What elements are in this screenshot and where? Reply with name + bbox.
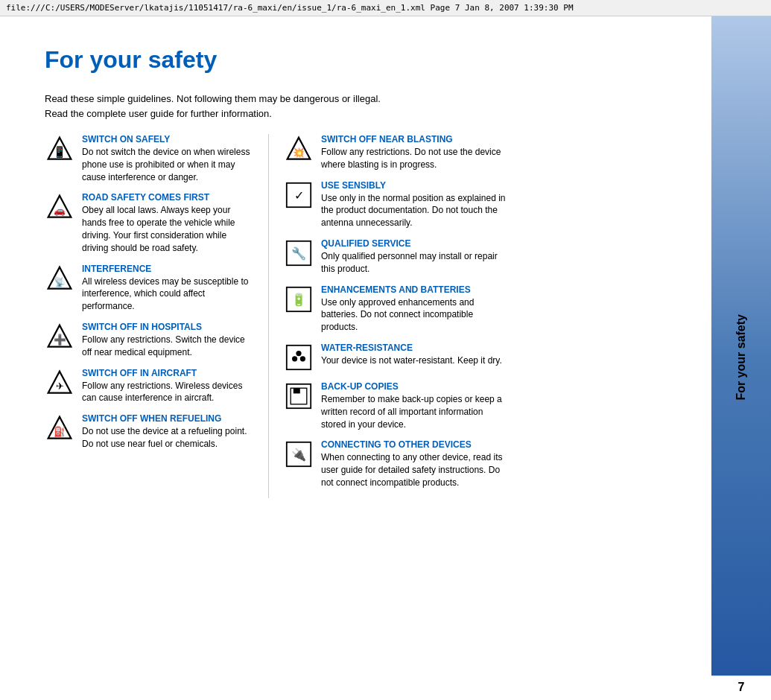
qualified-service-body: Only qualified personnel may install or … [321,250,507,276]
sidebar-label-wrapper: For your safety [711,16,771,699]
svg-text:➕: ➕ [54,334,66,346]
blasting-body: Follow any restrictions. Do not use the … [321,146,507,171]
two-column-layout: 📱 SWITCH ON SAFELY Do not switch the dev… [45,134,682,498]
refueling-text: SWITCH OFF WHEN REFUELING Do not use the… [82,413,253,451]
svg-text:⛽: ⛽ [54,426,66,438]
svg-text:🔋: 🔋 [291,292,307,308]
triangle-hospital-icon: ➕ [45,322,74,351]
road-safety-heading: ROAD SAFETY COMES FIRST [82,192,253,203]
svg-text:📱: 📱 [53,145,66,159]
hospitals-body: Follow any restrictions. Switch the devi… [82,334,253,359]
hospitals-heading: SWITCH OFF IN HOSPITALS [82,322,253,332]
use-sensibly-text: USE SENSIBLY Use only in the normal posi… [321,180,507,229]
triangle-blast-icon: 💥 [284,134,314,164]
road-safety-body: Obey all local laws. Always keep your ha… [82,204,253,254]
interference-heading: INTERFERENCE [82,264,253,274]
list-item: ⛽ SWITCH OFF WHEN REFUELING Do not use t… [45,413,253,451]
enhancements-body: Use only approved enhancements and batte… [321,296,507,334]
aircraft-body: Follow any restrictions. Wireless device… [82,380,253,405]
svg-text:🔧: 🔧 [291,246,307,261]
switch-on-safely-heading: SWITCH ON SAFELY [82,134,253,144]
water-resistance-heading: WATER-RESISTANCE [321,343,507,353]
square-tool-icon: 🔧 [284,238,314,268]
triangle-phone-icon: 📱 [45,134,74,164]
triangle-interference-icon: 📡 [45,264,74,293]
road-safety-text: ROAD SAFETY COMES FIRST Obey all local l… [82,192,253,254]
refueling-heading: SWITCH OFF WHEN REFUELING [82,413,253,424]
svg-text:📡: 📡 [54,276,66,288]
square-water-icon [284,343,314,372]
list-item: ✈ SWITCH OFF IN AIRCRAFT Follow any rest… [45,368,253,405]
backup-copies-text: BACK-UP COPIES Remember to make back-up … [321,381,507,430]
svg-rect-20 [287,346,311,369]
right-column: 💥 SWITCH OFF NEAR BLASTING Follow any re… [268,134,507,498]
svg-text:🚗: 🚗 [54,205,66,217]
hospitals-text: SWITCH OFF IN HOSPITALS Follow any restr… [82,322,253,359]
svg-rect-26 [294,388,300,393]
left-column: 📱 SWITCH ON SAFELY Do not switch the dev… [45,134,253,498]
connecting-devices-text: CONNECTING TO OTHER DEVICES When connect… [321,439,507,489]
main-content: For your safety Read these simple guidel… [0,16,711,699]
page-number: 7 [711,675,771,699]
triangle-aircraft-icon: ✈ [45,368,74,398]
water-resistance-text: WATER-RESISTANCE Your device is not wate… [321,343,507,367]
backup-copies-heading: BACK-UP COPIES [321,381,507,392]
interference-body: All wireless devices may be susceptible … [82,276,253,313]
sidebar: For your safety 7 [711,16,771,699]
svg-text:✓: ✓ [294,188,304,202]
aircraft-heading: SWITCH OFF IN AIRCRAFT [82,368,253,378]
title-bar: file:///C:/USERS/MODEServer/lkatajis/110… [0,0,771,16]
enhancements-heading: ENHANCEMENTS AND BATTERIES [321,284,507,295]
list-item: ✓ USE SENSIBLY Use only in the normal po… [284,180,507,229]
list-item: 🔋 ENHANCEMENTS AND BATTERIES Use only ap… [284,284,507,334]
list-item: BACK-UP COPIES Remember to make back-up … [284,381,507,430]
list-item: 🔌 CONNECTING TO OTHER DEVICES When conne… [284,439,507,489]
square-battery-icon: 🔋 [284,284,314,314]
switch-on-safely-body: Do not switch the device on when wireles… [82,146,253,183]
title-bar-text: file:///C:/USERS/MODEServer/lkatajis/110… [6,3,574,13]
qualified-service-text: QUALIFIED SERVICE Only qualified personn… [321,238,507,276]
triangle-car-icon: 🚗 [45,192,74,222]
svg-text:🔌: 🔌 [291,448,307,463]
list-item: 📡 INTERFERENCE All wireless devices may … [45,264,253,313]
svg-point-23 [296,351,301,356]
intro-text: Read these simple guidelines. Not follow… [45,92,395,121]
aircraft-text: SWITCH OFF IN AIRCRAFT Follow any restri… [82,368,253,405]
blasting-text: SWITCH OFF NEAR BLASTING Follow any rest… [321,134,507,171]
use-sensibly-heading: USE SENSIBLY [321,180,507,191]
qualified-service-heading: QUALIFIED SERVICE [321,238,507,249]
square-connect-icon: 🔌 [284,439,314,469]
switch-on-safely-text: SWITCH ON SAFELY Do not switch the devic… [82,134,253,183]
square-backup-icon [284,381,314,411]
interference-text: INTERFERENCE All wireless devices may be… [82,264,253,313]
list-item: 💥 SWITCH OFF NEAR BLASTING Follow any re… [284,134,507,171]
connecting-devices-heading: CONNECTING TO OTHER DEVICES [321,439,507,450]
backup-copies-body: Remember to make back-up copies or keep … [321,393,507,430]
svg-point-21 [292,356,297,361]
list-item: ➕ SWITCH OFF IN HOSPITALS Follow any res… [45,322,253,359]
svg-point-22 [300,356,305,361]
water-resistance-body: Your device is not water-resistant. Keep… [321,354,507,367]
blasting-heading: SWITCH OFF NEAR BLASTING [321,134,507,144]
list-item: 🚗 ROAD SAFETY COMES FIRST Obey all local… [45,192,253,254]
refueling-body: Do not use the device at a refueling poi… [82,425,253,451]
enhancements-text: ENHANCEMENTS AND BATTERIES Use only appr… [321,284,507,334]
list-item: 🔧 QUALIFIED SERVICE Only qualified perso… [284,238,507,276]
triangle-fuel-icon: ⛽ [45,413,74,443]
use-sensibly-body: Use only in the normal position as expla… [321,192,507,229]
square-check-icon: ✓ [284,180,314,210]
list-item: WATER-RESISTANCE Your device is not wate… [284,343,507,372]
list-item: 📱 SWITCH ON SAFELY Do not switch the dev… [45,134,253,183]
svg-text:✈: ✈ [56,381,64,392]
page-title: For your safety [45,46,682,74]
svg-text:💥: 💥 [293,147,305,159]
page-container: For your safety Read these simple guidel… [0,16,771,699]
switch-on-safely-icon: 📱 [46,136,73,162]
connecting-devices-body: When connecting to any other device, rea… [321,451,507,489]
sidebar-label: For your safety [734,314,748,401]
